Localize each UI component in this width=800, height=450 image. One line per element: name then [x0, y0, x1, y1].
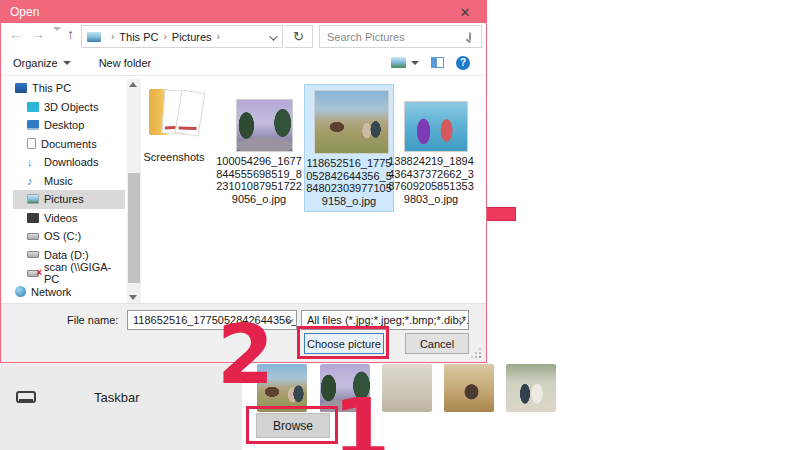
help-icon[interactable]: ? [456, 56, 470, 70]
background-picture-thumb[interactable] [444, 364, 494, 412]
file-label[interactable]: 100054296_1677 844555698519_8 2310108795… [216, 155, 302, 205]
sidebar-item-desktop[interactable]: Desktop [13, 116, 125, 135]
globe-icon [15, 286, 26, 297]
resize-grip[interactable] [479, 356, 481, 358]
film-icon [27, 213, 39, 223]
chevron-down-icon [63, 61, 71, 65]
download-arrow-icon: ↓ [27, 157, 39, 167]
sidebar-item-network[interactable]: Network [13, 283, 125, 302]
change-view-button[interactable] [391, 57, 419, 68]
breadcrumb[interactable]: › This PC › Pictures › [81, 25, 283, 48]
annotation-step-2: 2 [217, 314, 274, 396]
scrollbar-thumb[interactable] [128, 173, 140, 283]
thumbnail-view-icon [391, 57, 406, 68]
address-dropdown-icon[interactable] [269, 31, 275, 43]
document-icon [27, 138, 36, 149]
disconnected-drive-icon [27, 270, 39, 277]
organize-label: Organize [13, 57, 58, 69]
organize-button[interactable]: Organize [13, 57, 71, 69]
picture-icon [27, 194, 39, 204]
breadcrumb-this-pc[interactable]: This PC [119, 31, 158, 43]
background-picture-thumb[interactable] [506, 364, 556, 412]
file-item-photo-1[interactable] [236, 99, 293, 152]
cancel-button[interactable]: Cancel [405, 333, 469, 354]
cube-icon [27, 102, 39, 112]
breadcrumb-pictures[interactable]: Pictures [172, 31, 212, 43]
dialog-title: Open [10, 5, 39, 19]
music-note-icon: ♪ [27, 176, 39, 186]
sidebar-scrollbar[interactable] [127, 79, 141, 303]
sidebar-item-videos[interactable]: Videos [13, 209, 125, 228]
breadcrumb-separator: › [217, 31, 220, 42]
drive-icon [27, 233, 39, 240]
file-label[interactable]: 118652516_1775 052842644356_5 8480230397… [306, 157, 392, 207]
taskbar-label: Taskbar [94, 390, 140, 405]
breadcrumb-separator: › [111, 31, 114, 42]
file-label[interactable]: Screenshots [131, 151, 217, 164]
preview-pane-icon[interactable] [431, 57, 444, 68]
monitor-icon [27, 120, 39, 130]
file-item-photo-3[interactable] [404, 101, 468, 152]
file-label[interactable]: 138824219_1894 436437372662_3 8760920585… [388, 155, 474, 205]
sidebar-item-3d-objects[interactable]: 3D Objects [13, 98, 125, 117]
sidebar-item-scan-giga-pc[interactable]: scan (\\GIGA-PC [13, 264, 125, 283]
back-icon[interactable]: ← [9, 26, 23, 42]
computer-icon [15, 83, 27, 93]
taskbar-icon [16, 391, 36, 403]
annotation-rect-browse [246, 406, 338, 444]
sidebar-item-this-pc[interactable]: This PC [13, 79, 125, 98]
breadcrumb-separator: › [163, 31, 166, 42]
dialog-toolbar: Organize New folder ? [1, 50, 486, 76]
sidebar-item-pictures[interactable]: Pictures [13, 190, 125, 209]
pictures-location-icon [87, 32, 101, 42]
new-folder-button[interactable]: New folder [99, 57, 152, 69]
sidebar-item-documents[interactable]: Documents [13, 135, 125, 154]
sidebar-item-os-c[interactable]: OS (C:) [13, 227, 125, 246]
dialog-titlebar: Open ✕ [1, 1, 486, 23]
file-item-screenshots[interactable] [147, 87, 205, 137]
chevron-down-icon [53, 27, 61, 47]
scroll-up-icon[interactable] [129, 82, 137, 87]
recent-locations-caret-icon[interactable] [53, 31, 61, 47]
annotation-rect-choose-picture [297, 326, 389, 359]
refresh-button[interactable]: ↻ [285, 25, 313, 48]
drive-icon [27, 251, 39, 258]
annotation-step-1: 1 [333, 388, 390, 450]
settings-nav-item-taskbar[interactable]: Taskbar [0, 384, 242, 410]
search-icon [469, 32, 471, 41]
scroll-down-icon[interactable] [129, 295, 137, 300]
up-icon[interactable]: ↑ [67, 26, 74, 42]
forward-icon[interactable]: → [31, 26, 45, 42]
search-input[interactable] [320, 31, 469, 43]
dialog-navbar: ← → ↑ › This PC › Pictures › ↻ [1, 23, 486, 50]
refresh-icon: ↻ [293, 29, 304, 44]
sidebar-item-downloads[interactable]: ↓ Downloads [13, 153, 125, 172]
annotation-fragment [485, 207, 516, 221]
dialog-sidebar: This PC 3D Objects Desktop Documents ↓ D… [1, 79, 125, 303]
close-icon[interactable]: ✕ [454, 1, 476, 23]
search-box [319, 25, 482, 48]
chevron-down-icon [411, 61, 419, 65]
sidebar-item-music[interactable]: ♪ Music [13, 172, 125, 191]
chevron-down-icon [269, 32, 277, 40]
file-item-photo-2-selected[interactable] [314, 90, 389, 154]
file-name-label: File name: [67, 314, 118, 326]
